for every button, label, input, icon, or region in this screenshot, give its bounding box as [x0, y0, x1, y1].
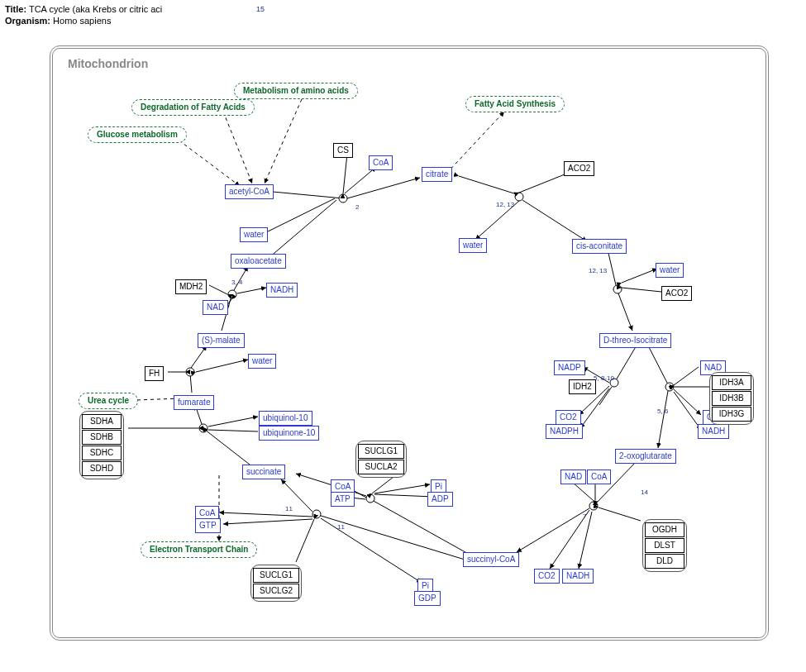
gene-sdhb[interactable]: SDHB — [82, 430, 122, 445]
metabolite-nad-bottom[interactable]: NAD — [560, 469, 586, 484]
metabolite-fumarate[interactable]: fumarate — [174, 395, 214, 410]
metabolite-cis-aconitate[interactable]: cis-aconitate — [572, 239, 627, 254]
pathway-fatty-acid-synthesis[interactable]: Fatty Acid Synthesis — [465, 96, 565, 112]
gene-idh3a[interactable]: IDH3A — [712, 375, 751, 390]
gene-ogdh[interactable]: OGDH — [645, 522, 684, 537]
gene-sdha[interactable]: SDHA — [82, 414, 122, 429]
gene-idh3b[interactable]: IDH3B — [712, 391, 751, 406]
gene-dld[interactable]: DLD — [645, 554, 684, 569]
compartment-label: Mitochondrion — [68, 57, 148, 70]
floating-ref-number: 15 — [256, 5, 265, 13]
page-header: Title: TCA cycle (aka Krebs or citric ac… — [5, 3, 162, 26]
title-value: TCA cycle (aka Krebs or citric aci — [29, 4, 162, 14]
metabolite-citrate[interactable]: citrate — [422, 167, 452, 182]
metabolite-atp[interactable]: ATP — [331, 492, 355, 507]
gene-aco2-mid[interactable]: ACO2 — [661, 286, 692, 301]
gene-suclg2[interactable]: SUCLG2 — [253, 584, 299, 598]
metabolite-acetyl-coa[interactable]: acetyl-CoA — [225, 184, 274, 199]
metabolite-nadh-right[interactable]: NADH — [698, 424, 729, 439]
metabolite-ubiquinol[interactable]: ubiquinol-10 — [259, 411, 312, 426]
pathway-degradation-fatty-acids[interactable]: Degradation of Fatty Acids — [131, 99, 255, 116]
metabolite-nadph[interactable]: NADPH — [546, 424, 583, 439]
complex-sucla[interactable]: SUCLG1 SUCLA2 — [355, 441, 407, 478]
gene-sucla2[interactable]: SUCLA2 — [358, 460, 404, 474]
complex-ogdh[interactable]: OGDH DLST DLD — [642, 519, 687, 572]
gene-dlst[interactable]: DLST — [645, 538, 684, 553]
gene-cs[interactable]: CS — [333, 143, 353, 158]
pathway-glucose-metabolism[interactable]: Glucose metabolism — [88, 126, 187, 143]
pathway-electron-transport-chain[interactable]: Electron Transport Chain — [141, 541, 257, 558]
metabolite-ubiquinone[interactable]: ubiquinone-10 — [259, 426, 319, 441]
gene-fh[interactable]: FH — [145, 366, 164, 381]
complex-idh3[interactable]: IDH3A IDH3B IDH3G — [709, 372, 754, 425]
metabolite-succinyl-coa[interactable]: succinyl-CoA — [463, 552, 519, 567]
complex-sdh[interactable]: SDHA SDHB SDHC SDHD — [79, 411, 124, 479]
metabolite-d-threo-isocitrate[interactable]: D-threo-Isocitrate — [599, 333, 671, 348]
metabolite-2-oxoglutarate[interactable]: 2-oxoglutarate — [615, 449, 676, 464]
metabolite-coa-bottom[interactable]: CoA — [587, 469, 611, 484]
metabolite-oxaloacetate[interactable]: oxaloacetate — [231, 254, 286, 269]
metabolite-nadh-succ[interactable]: NADH — [562, 569, 594, 584]
complex-suclg[interactable]: SUCLG1 SUCLG2 — [250, 565, 302, 602]
gene-idh3g[interactable]: IDH3G — [712, 407, 751, 422]
title-label: Title: — [5, 4, 26, 14]
organism-label: Organism: — [5, 16, 50, 26]
metabolite-nad-left[interactable]: NAD — [203, 300, 228, 315]
gene-mdh2[interactable]: MDH2 — [175, 279, 207, 294]
gene-suclg1-a[interactable]: SUCLG1 — [358, 444, 404, 459]
gene-sdhd[interactable]: SDHD — [82, 461, 122, 476]
metabolite-water-fh[interactable]: water — [248, 354, 276, 369]
pathway-metabolism-amino-acids[interactable]: Metabolism of amino acids — [234, 83, 358, 99]
metabolite-adp[interactable]: ADP — [427, 492, 453, 507]
metabolite-s-malate[interactable]: (S)-malate — [198, 333, 245, 348]
metabolite-coa-cs[interactable]: CoA — [369, 155, 393, 170]
gene-idh2[interactable]: IDH2 — [569, 379, 596, 394]
metabolite-succinate[interactable]: succinate — [242, 465, 285, 479]
gene-sdhc[interactable]: SDHC — [82, 446, 122, 460]
metabolite-water-oaa[interactable]: water — [240, 227, 268, 242]
metabolite-nadh-left[interactable]: NADH — [266, 283, 298, 298]
metabolite-water-top[interactable]: water — [459, 238, 487, 253]
metabolite-nadp[interactable]: NADP — [554, 360, 585, 375]
metabolite-gtp[interactable]: GTP — [195, 518, 221, 533]
metabolite-water-right[interactable]: water — [656, 263, 684, 278]
metabolite-co2-succ[interactable]: CO2 — [534, 569, 560, 584]
metabolite-gdp[interactable]: GDP — [414, 591, 441, 606]
organism-value: Homo sapiens — [53, 16, 111, 26]
gene-aco2-top[interactable]: ACO2 — [564, 161, 594, 176]
metabolite-co2-r1[interactable]: CO2 — [556, 410, 581, 425]
pathway-urea-cycle[interactable]: Urea cycle — [79, 393, 138, 409]
gene-suclg1-b[interactable]: SUCLG1 — [253, 568, 299, 583]
